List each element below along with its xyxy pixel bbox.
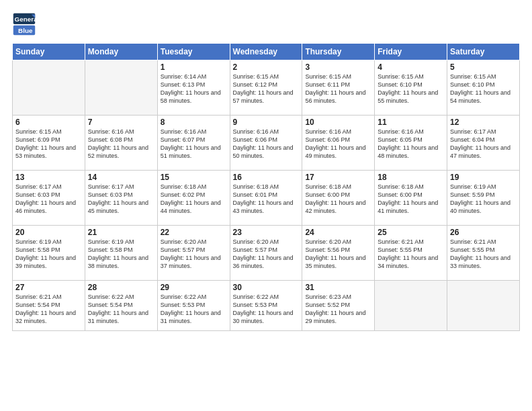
day-info: Sunrise: 6:16 AM Sunset: 6:08 PM Dayligh…	[88, 128, 154, 161]
day-info: Sunrise: 6:15 AM Sunset: 6:10 PM Dayligh…	[378, 73, 444, 105]
day-number: 24	[305, 228, 371, 237]
day-info: Sunrise: 6:16 AM Sunset: 6:05 PM Dayligh…	[378, 128, 444, 161]
day-info: Sunrise: 6:15 AM Sunset: 6:11 PM Dayligh…	[305, 73, 371, 105]
calendar-day-cell: 31Sunrise: 6:23 AM Sunset: 5:52 PM Dayli…	[302, 281, 375, 331]
day-info: Sunrise: 6:15 AM Sunset: 6:09 PM Dayligh…	[15, 128, 82, 161]
calendar-week-row: 20Sunrise: 6:19 AM Sunset: 5:58 PM Dayli…	[13, 226, 520, 281]
day-number: 28	[88, 283, 154, 292]
day-info: Sunrise: 6:16 AM Sunset: 6:07 PM Dayligh…	[161, 128, 227, 161]
day-number: 25	[378, 228, 444, 237]
calendar-week-row: 1Sunrise: 6:14 AM Sunset: 6:13 PM Daylig…	[13, 60, 520, 116]
day-number: 26	[450, 228, 517, 237]
day-number: 14	[88, 173, 154, 182]
calendar-day-cell: 12Sunrise: 6:17 AM Sunset: 6:04 PM Dayli…	[447, 116, 520, 171]
logo-icon: General Blue	[12, 12, 36, 36]
calendar-day-cell: 2Sunrise: 6:15 AM Sunset: 6:12 PM Daylig…	[230, 60, 302, 116]
day-number: 10	[305, 118, 371, 127]
calendar-day-cell: 22Sunrise: 6:20 AM Sunset: 5:57 PM Dayli…	[157, 226, 230, 281]
day-number: 17	[305, 173, 371, 182]
day-info: Sunrise: 6:16 AM Sunset: 6:06 PM Dayligh…	[305, 128, 371, 161]
calendar-day-cell: 20Sunrise: 6:19 AM Sunset: 5:58 PM Dayli…	[13, 226, 85, 281]
day-number: 11	[378, 118, 444, 127]
day-number: 18	[378, 173, 444, 182]
calendar-day-cell: 7Sunrise: 6:16 AM Sunset: 6:08 PM Daylig…	[85, 116, 157, 171]
day-number: 23	[233, 228, 300, 237]
day-number: 22	[161, 228, 227, 237]
calendar-day-cell: 19Sunrise: 6:19 AM Sunset: 5:59 PM Dayli…	[447, 171, 520, 226]
day-info: Sunrise: 6:19 AM Sunset: 5:59 PM Dayligh…	[450, 183, 517, 216]
calendar-day-cell: 1Sunrise: 6:14 AM Sunset: 6:13 PM Daylig…	[157, 60, 230, 116]
svg-text:Blue: Blue	[18, 27, 33, 34]
calendar-day-cell: 29Sunrise: 6:22 AM Sunset: 5:53 PM Dayli…	[157, 281, 230, 331]
calendar-day-cell: 23Sunrise: 6:20 AM Sunset: 5:57 PM Dayli…	[230, 226, 302, 281]
calendar-day-cell: 24Sunrise: 6:20 AM Sunset: 5:56 PM Dayli…	[302, 226, 375, 281]
calendar-day-cell: 25Sunrise: 6:21 AM Sunset: 5:55 PM Dayli…	[375, 226, 447, 281]
day-info: Sunrise: 6:17 AM Sunset: 6:03 PM Dayligh…	[15, 183, 82, 216]
day-info: Sunrise: 6:17 AM Sunset: 6:04 PM Dayligh…	[450, 128, 517, 161]
day-info: Sunrise: 6:18 AM Sunset: 6:02 PM Dayligh…	[161, 183, 227, 216]
calendar-day-cell: 5Sunrise: 6:15 AM Sunset: 6:10 PM Daylig…	[447, 60, 520, 116]
calendar-day-cell: 13Sunrise: 6:17 AM Sunset: 6:03 PM Dayli…	[13, 171, 85, 226]
calendar-day-cell: 3Sunrise: 6:15 AM Sunset: 6:11 PM Daylig…	[302, 60, 375, 116]
day-number: 19	[450, 173, 517, 182]
day-number: 27	[15, 283, 82, 292]
calendar-day-cell: 21Sunrise: 6:19 AM Sunset: 5:58 PM Dayli…	[85, 226, 157, 281]
day-info: Sunrise: 6:18 AM Sunset: 6:01 PM Dayligh…	[233, 183, 300, 216]
page: General Blue SundayMondayTuesdayWednesda…	[0, 0, 532, 411]
day-info: Sunrise: 6:19 AM Sunset: 5:58 PM Dayligh…	[15, 238, 82, 271]
calendar-day-cell: 4Sunrise: 6:15 AM Sunset: 6:10 PM Daylig…	[375, 60, 447, 116]
calendar-table: SundayMondayTuesdayWednesdayThursdayFrid…	[12, 43, 520, 331]
calendar-day-cell	[447, 281, 520, 331]
day-info: Sunrise: 6:19 AM Sunset: 5:58 PM Dayligh…	[88, 238, 154, 271]
calendar-day-cell: 6Sunrise: 6:15 AM Sunset: 6:09 PM Daylig…	[13, 116, 85, 171]
calendar-week-row: 27Sunrise: 6:21 AM Sunset: 5:54 PM Dayli…	[13, 281, 520, 331]
day-number: 9	[233, 118, 300, 127]
day-info: Sunrise: 6:15 AM Sunset: 6:10 PM Dayligh…	[450, 73, 517, 105]
day-number: 4	[378, 62, 444, 72]
calendar-week-row: 6Sunrise: 6:15 AM Sunset: 6:09 PM Daylig…	[13, 116, 520, 171]
day-info: Sunrise: 6:21 AM Sunset: 5:55 PM Dayligh…	[378, 238, 444, 271]
day-info: Sunrise: 6:20 AM Sunset: 5:56 PM Dayligh…	[305, 238, 371, 271]
svg-text:General: General	[15, 15, 36, 23]
calendar-weekday-sunday: Sunday	[13, 44, 85, 60]
day-number: 2	[233, 62, 300, 72]
day-info: Sunrise: 6:14 AM Sunset: 6:13 PM Dayligh…	[161, 73, 227, 105]
day-info: Sunrise: 6:21 AM Sunset: 5:54 PM Dayligh…	[15, 293, 82, 326]
calendar-week-row: 13Sunrise: 6:17 AM Sunset: 6:03 PM Dayli…	[13, 171, 520, 226]
day-number: 29	[161, 283, 227, 292]
calendar-day-cell: 9Sunrise: 6:16 AM Sunset: 6:06 PM Daylig…	[230, 116, 302, 171]
day-info: Sunrise: 6:22 AM Sunset: 5:54 PM Dayligh…	[88, 293, 154, 326]
calendar-day-cell	[375, 281, 447, 331]
day-number: 20	[15, 228, 82, 237]
calendar-day-cell: 17Sunrise: 6:18 AM Sunset: 6:00 PM Dayli…	[302, 171, 375, 226]
day-info: Sunrise: 6:23 AM Sunset: 5:52 PM Dayligh…	[305, 293, 371, 326]
day-number: 31	[305, 283, 371, 292]
calendar-weekday-monday: Monday	[85, 44, 157, 60]
day-number: 1	[161, 62, 227, 72]
calendar-day-cell: 11Sunrise: 6:16 AM Sunset: 6:05 PM Dayli…	[375, 116, 447, 171]
day-info: Sunrise: 6:22 AM Sunset: 5:53 PM Dayligh…	[161, 293, 227, 326]
day-info: Sunrise: 6:15 AM Sunset: 6:12 PM Dayligh…	[233, 73, 300, 105]
day-number: 16	[233, 173, 300, 182]
calendar-day-cell: 28Sunrise: 6:22 AM Sunset: 5:54 PM Dayli…	[85, 281, 157, 331]
calendar-day-cell: 27Sunrise: 6:21 AM Sunset: 5:54 PM Dayli…	[13, 281, 85, 331]
day-info: Sunrise: 6:20 AM Sunset: 5:57 PM Dayligh…	[161, 238, 227, 271]
calendar-weekday-saturday: Saturday	[447, 44, 520, 60]
day-number: 15	[161, 173, 227, 182]
day-info: Sunrise: 6:18 AM Sunset: 6:00 PM Dayligh…	[378, 183, 444, 216]
day-info: Sunrise: 6:22 AM Sunset: 5:53 PM Dayligh…	[233, 293, 300, 326]
calendar-day-cell: 10Sunrise: 6:16 AM Sunset: 6:06 PM Dayli…	[302, 116, 375, 171]
calendar-weekday-thursday: Thursday	[302, 44, 375, 60]
calendar-day-cell: 14Sunrise: 6:17 AM Sunset: 6:03 PM Dayli…	[85, 171, 157, 226]
logo: General Blue	[12, 12, 39, 36]
day-number: 13	[15, 173, 82, 182]
calendar-header-row: SundayMondayTuesdayWednesdayThursdayFrid…	[13, 44, 520, 60]
calendar-day-cell: 26Sunrise: 6:21 AM Sunset: 5:55 PM Dayli…	[447, 226, 520, 281]
calendar-weekday-tuesday: Tuesday	[157, 44, 230, 60]
day-number: 21	[88, 228, 154, 237]
calendar-weekday-wednesday: Wednesday	[230, 44, 302, 60]
day-number: 12	[450, 118, 517, 127]
calendar-day-cell: 18Sunrise: 6:18 AM Sunset: 6:00 PM Dayli…	[375, 171, 447, 226]
day-number: 5	[450, 62, 517, 72]
calendar-weekday-friday: Friday	[375, 44, 447, 60]
